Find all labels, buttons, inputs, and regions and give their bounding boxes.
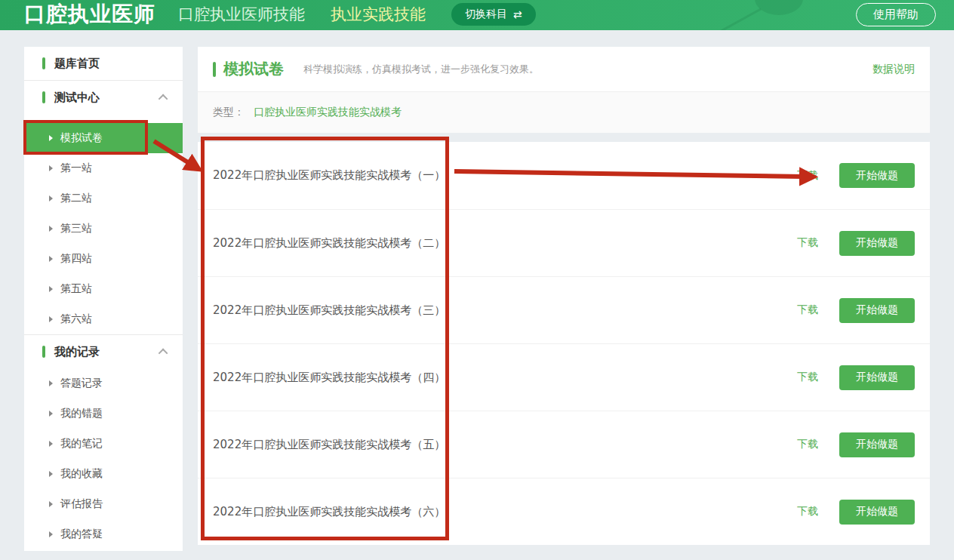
sidebar-item[interactable]: 我的错题 [24, 398, 183, 429]
main-content: 模拟试卷 科学模拟演练，仿真模拟考试，进一步强化复习效果。 数据说明 类型： 口… [198, 47, 930, 545]
sidebar-item-label: 第四站 [60, 252, 92, 266]
row-actions: 下载 开始做题 [797, 231, 915, 256]
download-link[interactable]: 下载 [797, 505, 818, 518]
sidebar-item-label: 我的答疑 [60, 528, 103, 541]
row-actions: 下载 开始做题 [797, 500, 915, 525]
brand-title: 口腔执业医师 [24, 0, 155, 29]
row-actions: 下载 开始做题 [797, 298, 915, 323]
swap-arrows-icon: ⇄ [513, 8, 522, 20]
triangle-right-icon [49, 165, 53, 171]
download-link[interactable]: 下载 [797, 438, 818, 451]
chevron-up-icon[interactable] [158, 348, 168, 358]
download-link[interactable]: 下载 [797, 303, 818, 317]
sidebar-item-label: 模拟试卷 [60, 131, 103, 145]
page-subtitle: 科学模拟演练，仿真模拟考试，进一步强化复习效果。 [303, 63, 539, 76]
download-link[interactable]: 下载 [797, 236, 818, 250]
triangle-right-icon [49, 441, 53, 447]
chevron-up-icon[interactable] [158, 94, 168, 103]
exam-title: 2022年口腔执业医师实践技能实战模考（五） [213, 438, 445, 452]
switch-subject-label: 切换科目 [465, 8, 507, 21]
sidebar-item[interactable]: 第六站 [24, 304, 183, 334]
green-bar-icon [213, 62, 216, 77]
sidebar-section-label: 测试中心 [54, 91, 100, 105]
sidebar-section[interactable]: 题库首页 [24, 47, 183, 80]
table-row: 2022年口腔执业医师实践技能实战模考（六） 下载 开始做题 [198, 478, 930, 545]
table-row: 2022年口腔执业医师实践技能实战模考（五） 下载 开始做题 [198, 411, 930, 478]
triangle-right-icon [49, 471, 53, 477]
sidebar-item-label: 我的错题 [60, 407, 103, 420]
triangle-right-icon [49, 380, 53, 386]
sidebar-item[interactable]: 答题记录 [24, 368, 183, 398]
triangle-right-icon [49, 316, 53, 322]
table-row: 2022年口腔执业医师实践技能实战模考（四） 下载 开始做题 [198, 343, 930, 411]
sidebar-item-label: 第五站 [60, 282, 92, 296]
sidebar-item[interactable]: 第二站 [24, 183, 183, 214]
panel-gap [198, 133, 930, 142]
exam-title: 2022年口腔执业医师实践技能实战模考（二） [213, 236, 445, 251]
exam-title: 2022年口腔执业医师实践技能实战模考（四） [213, 371, 445, 385]
sidebar-item-label: 第二站 [60, 192, 92, 205]
type-filter-row: 类型： 口腔执业医师实践技能实战模考 [198, 92, 930, 133]
exam-title: 2022年口腔执业医师实践技能实战模考（一） [213, 168, 445, 183]
sidebar-section-label: 我的记录 [54, 345, 100, 359]
sidebar-item-label: 第三站 [60, 222, 92, 235]
row-actions: 下载 开始做题 [797, 365, 915, 390]
sidebar-section[interactable]: 我的记录 [24, 335, 183, 368]
sidebar: 题库首页 测试中心 模拟试卷 第一站 第二站 第三站 第四站 第五站 第六站 我… [24, 47, 183, 551]
sidebar-item-label: 答题记录 [60, 377, 103, 390]
triangle-right-icon [49, 195, 53, 202]
triangle-right-icon [49, 256, 53, 262]
triangle-right-icon [49, 286, 53, 292]
sidebar-item-label: 我的收藏 [60, 467, 103, 481]
table-row: 2022年口腔执业医师实践技能实战模考（二） 下载 开始做题 [198, 209, 930, 276]
nav-item-practice-skill[interactable]: 执业实践技能 [331, 4, 426, 25]
sidebar-section-label: 题库首页 [54, 57, 100, 71]
sidebar-item[interactable]: 第四站 [24, 244, 183, 274]
start-exam-button[interactable]: 开始做题 [839, 500, 915, 525]
sidebar-item-label: 评估报告 [60, 497, 103, 511]
start-exam-button[interactable]: 开始做题 [839, 432, 915, 457]
start-exam-button[interactable]: 开始做题 [839, 163, 915, 188]
sidebar-item[interactable]: 我的收藏 [24, 459, 183, 489]
triangle-right-icon [49, 135, 53, 141]
sidebar-item-label: 第六站 [60, 312, 92, 326]
header-nav: 口腔执业医师技能 执业实践技能 [178, 4, 426, 25]
exam-list: 2022年口腔执业医师实践技能实战模考（一） 下载 开始做题 2022年口腔执业… [198, 142, 930, 545]
start-exam-button[interactable]: 开始做题 [839, 231, 915, 256]
data-note-link[interactable]: 数据说明 [872, 63, 915, 76]
start-exam-button[interactable]: 开始做题 [839, 298, 915, 323]
sidebar-item-label: 我的笔记 [60, 437, 103, 451]
sidebar-item[interactable]: 第五站 [24, 274, 183, 304]
exam-title: 2022年口腔执业医师实践技能实战模考（六） [213, 505, 445, 519]
switch-subject-button[interactable]: 切换科目 ⇄ [451, 3, 536, 26]
sidebar-section[interactable]: 测试中心 [24, 81, 183, 114]
nav-item-skill-exam[interactable]: 口腔执业医师技能 [178, 4, 305, 25]
sidebar-item[interactable]: 模拟试卷 [24, 123, 183, 153]
row-actions: 下载 开始做题 [797, 163, 915, 188]
page-title: 模拟试卷 [223, 59, 284, 79]
type-filter-label: 类型： [213, 106, 245, 119]
green-bar-icon [42, 346, 45, 358]
sidebar-item[interactable]: 我的答疑 [24, 519, 183, 549]
download-link[interactable]: 下载 [797, 371, 818, 384]
table-row: 2022年口腔执业医师实践技能实战模考（三） 下载 开始做题 [198, 276, 930, 343]
sidebar-item[interactable]: 第一站 [24, 153, 183, 183]
type-filter-value[interactable]: 口腔执业医师实践技能实战模考 [254, 106, 402, 119]
top-header: 口腔执业医师 口腔执业医师技能 执业实践技能 切换科目 ⇄ 使用帮助 [0, 0, 954, 30]
triangle-right-icon [49, 531, 53, 537]
section-header-panel: 模拟试卷 科学模拟演练，仿真模拟考试，进一步强化复习效果。 数据说明 类型： 口… [198, 47, 930, 133]
triangle-right-icon [49, 411, 53, 417]
row-actions: 下载 开始做题 [797, 432, 915, 457]
green-bar-icon [42, 57, 45, 69]
sidebar-item[interactable]: 第三站 [24, 214, 183, 244]
sidebar-item-label: 第一站 [60, 162, 92, 175]
green-bar-icon [42, 91, 45, 103]
triangle-right-icon [49, 226, 53, 232]
start-exam-button[interactable]: 开始做题 [839, 365, 915, 390]
exam-title: 2022年口腔执业医师实践技能实战模考（三） [213, 303, 445, 318]
help-button[interactable]: 使用帮助 [856, 3, 936, 26]
download-link[interactable]: 下载 [797, 169, 818, 183]
table-row: 2022年口腔执业医师实践技能实战模考（一） 下载 开始做题 [198, 142, 930, 209]
sidebar-item[interactable]: 我的笔记 [24, 429, 183, 459]
sidebar-item[interactable]: 评估报告 [24, 489, 183, 519]
